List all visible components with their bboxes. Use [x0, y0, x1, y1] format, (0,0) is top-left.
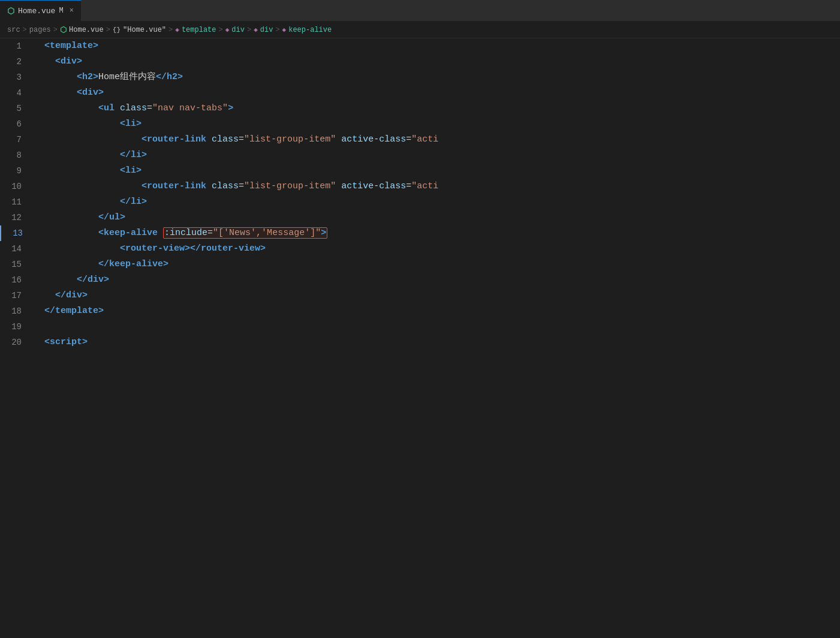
- line-content-11: </li>: [31, 194, 840, 210]
- line-19: 19: [0, 319, 840, 335]
- bc-filename: Home.vue: [69, 26, 104, 34]
- modified-indicator: M: [59, 7, 63, 15]
- bc-vue-icon: ⬡: [60, 25, 67, 35]
- line-17: 17 </div>: [0, 288, 840, 303]
- line-number-5: 5: [0, 101, 31, 116]
- line-7: 7 <router-link class="list-group-item" a…: [0, 132, 840, 148]
- code-editor: 1 <template> 2 <div> 3 <h2>Home组件内容</h2>…: [0, 38, 840, 350]
- line-13: 13 <keep-alive :include="['News','Messag…: [0, 225, 840, 241]
- line-content-8: </li>: [31, 148, 840, 163]
- close-tab-button[interactable]: ×: [70, 7, 74, 15]
- line-1: 1 <template>: [0, 38, 840, 54]
- line-content-18: </template>: [31, 303, 840, 319]
- bc-sep7: >: [275, 26, 279, 34]
- bc-icon3: ◈: [254, 26, 258, 34]
- line-number-7: 7: [0, 132, 31, 148]
- tab-label: Home.vue: [18, 7, 55, 16]
- line-number-2: 2: [0, 54, 31, 70]
- line-number-15: 15: [0, 257, 31, 272]
- bc-pages: pages: [29, 26, 51, 34]
- line-10: 10 <router-link class="list-group-item" …: [0, 179, 840, 194]
- line-content-1: <template>: [31, 38, 840, 54]
- line-content-6: <li>: [31, 116, 840, 132]
- line-6: 6 <li>: [0, 116, 840, 132]
- breadcrumb: src > pages > ⬡ Home.vue > {} "Home.vue"…: [0, 22, 840, 38]
- line-20: 20 <script>: [0, 335, 840, 350]
- line-number-1: 1: [0, 38, 31, 54]
- tab-bar: ⬡ Home.vue M ×: [0, 0, 840, 22]
- bc-div1: div: [231, 26, 245, 34]
- line-content-13: <keep-alive :include="['News','Message']…: [31, 225, 840, 241]
- line-number-6: 6: [0, 116, 31, 132]
- bc-sep3: >: [106, 26, 110, 34]
- line-16: 16 </div>: [0, 272, 840, 288]
- bc-icon4: ◈: [282, 26, 287, 34]
- bc-div2: div: [260, 26, 273, 34]
- line-3: 3 <h2>Home组件内容</h2>: [0, 70, 840, 85]
- bc-sep2: >: [53, 26, 58, 34]
- line-number-10: 10: [0, 179, 31, 194]
- line-15: 15 </keep-alive>: [0, 257, 840, 272]
- line-content-7: <router-link class="list-group-item" act…: [31, 132, 840, 148]
- line-content-2: <div>: [31, 54, 840, 70]
- line-content-9: <li>: [31, 163, 840, 179]
- line-content-12: </ul>: [31, 210, 840, 225]
- line-number-4: 4: [0, 85, 31, 101]
- line-content-4: <div>: [31, 85, 840, 101]
- line-content-19: [31, 319, 840, 335]
- bc-icon2: ◈: [225, 26, 230, 34]
- bc-curly: {}: [113, 26, 121, 34]
- tab-home-vue[interactable]: ⬡ Home.vue M ×: [0, 0, 82, 21]
- line-content-5: <ul class="nav nav-tabs">: [31, 101, 840, 116]
- bc-icon1: ◈: [175, 26, 179, 34]
- bc-sep1: >: [23, 26, 27, 34]
- bc-sep5: >: [219, 26, 223, 34]
- line-12: 12 </ul>: [0, 210, 840, 225]
- bc-keep-alive: keep-alive: [288, 26, 332, 34]
- line-number-11: 11: [0, 194, 31, 210]
- line-8: 8 </li>: [0, 148, 840, 163]
- line-number-16: 16: [0, 272, 31, 288]
- line-content-10: <router-link class="list-group-item" act…: [31, 179, 840, 194]
- bc-src: src: [7, 26, 20, 34]
- line-number-8: 8: [0, 148, 31, 163]
- bc-sep4: >: [168, 26, 173, 34]
- line-5: 5 <ul class="nav nav-tabs">: [0, 101, 840, 116]
- line-number-19: 19: [0, 319, 31, 335]
- line-content-17: </div>: [31, 288, 840, 303]
- line-9: 9 <li>: [0, 163, 840, 179]
- line-2: 2 <div>: [0, 54, 840, 70]
- bc-template: template: [182, 26, 216, 34]
- line-number-14: 14: [0, 241, 31, 257]
- vue-icon: ⬡: [7, 6, 14, 16]
- line-content-3: <h2>Home组件内容</h2>: [31, 70, 840, 85]
- line-11: 11 </li>: [0, 194, 840, 210]
- line-number-20: 20: [0, 335, 31, 350]
- line-content-20: <script>: [31, 335, 840, 350]
- line-4: 4 <div>: [0, 85, 840, 101]
- bc-home-vue: "Home.vue": [123, 26, 166, 34]
- line-18: 18 </template>: [0, 303, 840, 319]
- line-number-13: 13: [0, 225, 31, 241]
- line-number-3: 3: [0, 70, 31, 85]
- line-content-15: </keep-alive>: [31, 257, 840, 272]
- line-number-17: 17: [0, 288, 31, 303]
- bc-sep6: >: [247, 26, 251, 34]
- line-number-9: 9: [0, 163, 31, 179]
- line-number-18: 18: [0, 303, 31, 319]
- line-14: 14 <router-view></router-view>: [0, 241, 840, 257]
- line-content-14: <router-view></router-view>: [31, 241, 840, 257]
- line-number-12: 12: [0, 210, 31, 225]
- line-content-16: </div>: [31, 272, 840, 288]
